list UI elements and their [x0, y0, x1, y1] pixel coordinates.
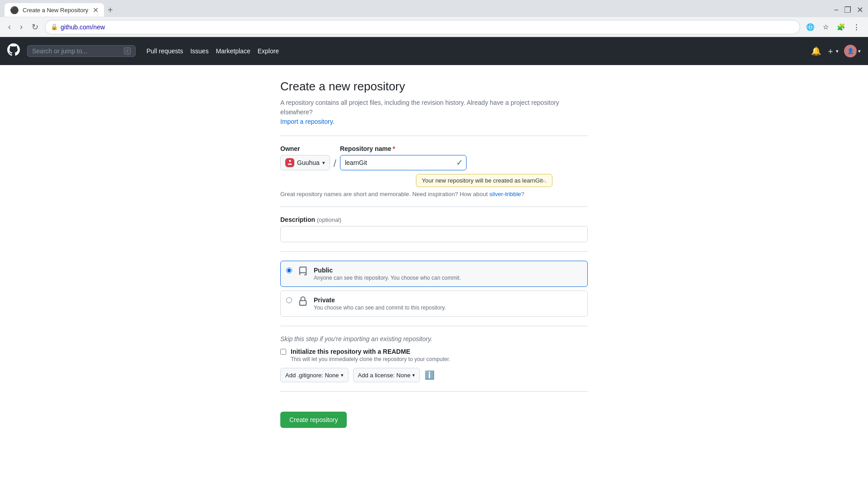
- public-option[interactable]: Public Anyone can see this repository. Y…: [280, 261, 588, 287]
- user-avatar: 👤: [844, 45, 857, 57]
- divider-4: [280, 326, 588, 326]
- description-section: Description (optional): [280, 216, 588, 242]
- extensions-icon[interactable]: 🧩: [835, 21, 847, 33]
- owner-avatar: [285, 158, 294, 167]
- license-dropdown[interactable]: Add a license: None ▾: [353, 368, 420, 382]
- repo-name-field: Repository name* ✓: [340, 145, 467, 170]
- owner-label: Owner: [280, 145, 330, 152]
- minimize-button[interactable]: −: [834, 5, 839, 15]
- browser-toolbar: ‹ › ↻ 🔒 github.com/new 🌐 ☆ 🧩 ⋮: [0, 17, 868, 37]
- tab-title: Create a New Repository: [23, 7, 88, 14]
- nav-link-explore[interactable]: Explore: [258, 47, 279, 55]
- nav-right: 🔔 ＋ ▾ 👤 ▾: [811, 45, 861, 57]
- address-bar[interactable]: 🔒 github.com/new: [45, 20, 800, 34]
- owner-name: Guuhua: [297, 159, 320, 166]
- init-readme-label: Initialize this repository with a README: [291, 348, 410, 355]
- lock-icon-private: [297, 296, 309, 306]
- browser-title-bar: ⚫ Create a New Repository ✕ + − ❐ ✕: [0, 0, 868, 17]
- private-option-text: Private You choose who can see and commi…: [314, 296, 582, 311]
- lock-icon: 🔒: [51, 23, 58, 30]
- license-arrow: ▾: [412, 372, 415, 378]
- book-icon: [297, 267, 309, 277]
- window-controls: − ❐ ✕: [834, 5, 863, 15]
- public-option-text: Public Anyone can see this repository. Y…: [314, 267, 582, 281]
- optional-label: (optional): [317, 216, 341, 223]
- back-button[interactable]: ‹: [5, 20, 14, 33]
- plus-dropdown-arrow: ▾: [836, 48, 839, 54]
- create-repo-form: Create a new repository A repository con…: [280, 80, 588, 474]
- owner-dropdown[interactable]: Guuhua ▾: [280, 155, 330, 170]
- init-readme-checkbox[interactable]: [280, 349, 286, 355]
- owner-repo-separator: /: [334, 159, 336, 170]
- private-option[interactable]: Private You choose who can see and commi…: [280, 291, 588, 317]
- init-readme-option: Initialize this repository with a README…: [280, 348, 588, 362]
- github-nav: Search or jump to... / Pull requests Iss…: [0, 37, 868, 65]
- suggestion-name-link[interactable]: silver-tribble: [489, 191, 521, 197]
- description-input[interactable]: [280, 226, 588, 242]
- maximize-button[interactable]: ❐: [844, 5, 851, 15]
- repo-name-input[interactable]: [340, 155, 467, 170]
- translate-icon[interactable]: 🌐: [804, 21, 816, 33]
- page-content: Create a new repository A repository con…: [0, 65, 868, 488]
- divider-3: [280, 251, 588, 252]
- tooltip-box: Your new repository will be created as l…: [416, 174, 552, 187]
- gitignore-label: Add .gitignore: None: [285, 372, 339, 379]
- toolbar-icons: 🌐 ☆ 🧩 ⋮: [804, 21, 863, 33]
- skip-text: Skip this step if you're importing an ex…: [280, 335, 588, 343]
- required-marker: *: [393, 145, 395, 152]
- search-bar[interactable]: Search or jump to... /: [27, 45, 136, 57]
- page-description: A repository contains all project files,…: [280, 98, 588, 127]
- plus-icon: ＋: [826, 46, 835, 56]
- init-readme-text: Initialize this repository with a README…: [291, 348, 450, 362]
- nav-link-issues[interactable]: Issues: [190, 47, 208, 55]
- divider-2: [280, 206, 588, 207]
- search-placeholder: Search or jump to...: [32, 47, 120, 55]
- description-text: A repository contains all project files,…: [280, 99, 559, 116]
- private-radio[interactable]: [286, 297, 292, 303]
- tab-close-button[interactable]: ✕: [93, 6, 99, 14]
- public-desc: Anyone can see this repository. You choo…: [314, 275, 582, 281]
- repo-name-input-wrapper: ✓: [340, 155, 467, 170]
- address-text: github.com/new: [61, 23, 794, 31]
- github-logo[interactable]: [7, 43, 20, 59]
- new-tab-button[interactable]: +: [104, 5, 117, 15]
- bookmark-icon[interactable]: ☆: [819, 21, 832, 33]
- import-repository-link[interactable]: Import a repository.: [280, 118, 335, 125]
- init-readme-description: This will let you immediately clone the …: [291, 356, 450, 362]
- owner-repo-section: Owner Guuhua ▾ / Repository name*: [280, 145, 588, 197]
- avatar-dropdown-arrow: ▾: [858, 48, 861, 54]
- divider-5: [280, 391, 588, 392]
- gitignore-dropdown[interactable]: Add .gitignore: None ▾: [280, 368, 349, 382]
- license-label: Add a license: None: [358, 372, 410, 379]
- close-button[interactable]: ✕: [857, 5, 863, 15]
- forward-button[interactable]: ›: [17, 20, 25, 33]
- search-slash-shortcut: /: [124, 47, 131, 55]
- page-title: Create a new repository: [280, 80, 588, 94]
- check-icon: ✓: [456, 158, 463, 168]
- new-repo-button[interactable]: ＋ ▾: [826, 46, 839, 56]
- info-icon[interactable]: ℹ️: [425, 370, 434, 380]
- create-repository-button[interactable]: Create repository: [280, 412, 347, 428]
- menu-icon[interactable]: ⋮: [850, 21, 863, 33]
- gitignore-arrow: ▾: [341, 372, 344, 378]
- dropdown-row: Add .gitignore: None ▾ Add a license: No…: [280, 368, 588, 382]
- bell-icon: 🔔: [811, 46, 821, 56]
- tooltip-container: Your new repository will be created as l…: [416, 174, 588, 187]
- private-title: Private: [314, 296, 582, 304]
- divider-1: [280, 136, 588, 136]
- suggestion-text: Great repository names are short and mem…: [280, 191, 588, 197]
- private-desc: You choose who can see and commit to thi…: [314, 305, 582, 311]
- user-menu-button[interactable]: 👤 ▾: [844, 45, 861, 57]
- browser-chrome: ⚫ Create a New Repository ✕ + − ❐ ✕ ‹ › …: [0, 0, 868, 37]
- nav-link-marketplace[interactable]: Marketplace: [216, 47, 250, 55]
- description-label: Description (optional): [280, 216, 588, 223]
- public-radio[interactable]: [286, 267, 292, 273]
- nav-link-pull-requests[interactable]: Pull requests: [146, 47, 183, 55]
- notifications-button[interactable]: 🔔: [811, 46, 821, 56]
- browser-tab[interactable]: ⚫ Create a New Repository ✕: [5, 3, 104, 17]
- owner-field: Owner Guuhua ▾: [280, 145, 330, 170]
- nav-links: Pull requests Issues Marketplace Explore: [146, 47, 279, 55]
- repo-name-label: Repository name*: [340, 145, 467, 152]
- owner-dropdown-arrow: ▾: [322, 160, 325, 166]
- reload-button[interactable]: ↻: [29, 20, 41, 34]
